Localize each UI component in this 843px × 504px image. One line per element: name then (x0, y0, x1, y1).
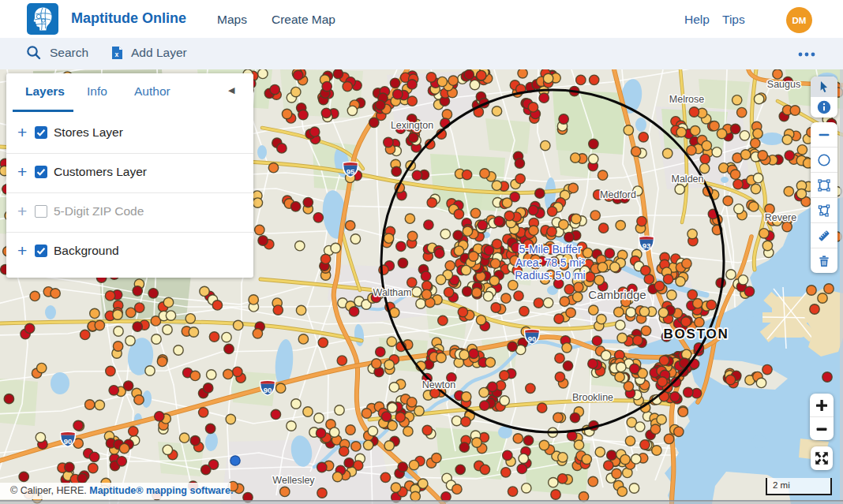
svg-text:90: 90 (64, 437, 73, 446)
svg-text:Cambridge: Cambridge (588, 288, 646, 301)
svg-text:Revere: Revere (765, 212, 796, 223)
svg-text:Lexington: Lexington (391, 120, 433, 131)
svg-text:x: x (115, 50, 119, 58)
svg-text:Brookline: Brookline (572, 392, 613, 403)
svg-text:Area: 78.5 mi²: Area: 78.5 mi² (515, 256, 585, 269)
svg-text:Medford: Medford (600, 189, 636, 200)
svg-text:Wellesley: Wellesley (272, 475, 315, 486)
svg-text:Waltham: Waltham (373, 287, 412, 298)
svg-text:90: 90 (264, 386, 272, 394)
svg-text:Melrose: Melrose (669, 94, 705, 105)
svg-text:Radius: 5.0 mi: Radius: 5.0 mi (515, 269, 585, 282)
svg-text:BOSTON: BOSTON (663, 327, 729, 342)
svg-text:Saugus: Saugus (767, 79, 800, 90)
svg-text:5-Mile Buffer: 5-Mile Buffer (519, 243, 581, 256)
svg-text:Newton: Newton (422, 379, 455, 390)
svg-text:93: 93 (643, 241, 651, 250)
svg-text:95: 95 (347, 167, 355, 176)
svg-text:Malden: Malden (672, 174, 704, 185)
svg-text:90: 90 (528, 334, 537, 343)
